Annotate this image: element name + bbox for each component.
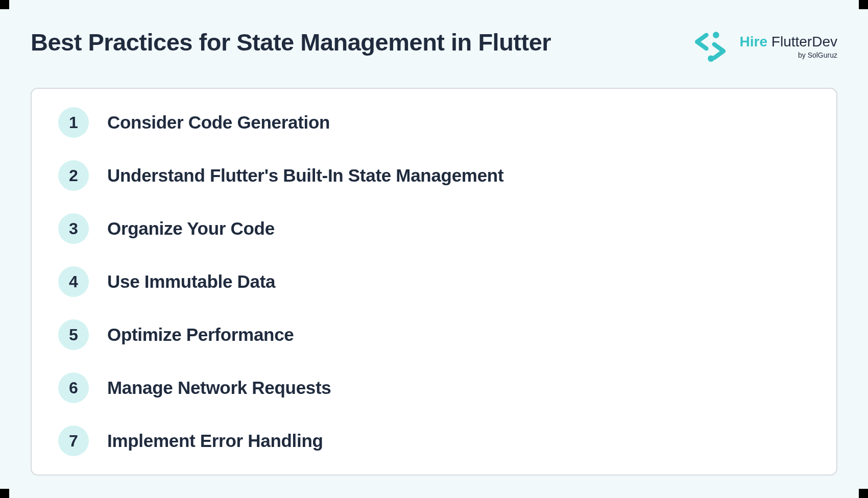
svg-point-1 bbox=[708, 56, 714, 62]
item-number-badge: 5 bbox=[58, 319, 89, 350]
logo: Hire FlutterDev by SolGuruz bbox=[695, 28, 837, 62]
item-label: Organize Your Code bbox=[107, 218, 275, 239]
practices-list: 1 Consider Code Generation 2 Understand … bbox=[58, 107, 810, 456]
item-label: Understand Flutter's Built-In State Mana… bbox=[107, 165, 503, 186]
crop-mark bbox=[859, 489, 868, 498]
header: Best Practices for State Management in F… bbox=[0, 0, 868, 62]
practices-card: 1 Consider Code Generation 2 Understand … bbox=[31, 88, 837, 476]
list-item: 6 Manage Network Requests bbox=[58, 372, 810, 403]
brand-code-icon bbox=[695, 31, 731, 62]
logo-brand: Hire FlutterDev bbox=[740, 34, 837, 50]
crop-mark bbox=[0, 0, 9, 9]
item-number-badge: 3 bbox=[58, 213, 89, 244]
item-number-badge: 1 bbox=[58, 107, 89, 138]
list-item: 5 Optimize Performance bbox=[58, 319, 810, 350]
logo-text: Hire FlutterDev by SolGuruz bbox=[740, 34, 837, 59]
list-item: 4 Use Immutable Data bbox=[58, 266, 810, 297]
item-label: Optimize Performance bbox=[107, 325, 294, 345]
list-item: 1 Consider Code Generation bbox=[58, 107, 810, 138]
svg-point-0 bbox=[713, 32, 719, 38]
logo-brand-hire: Hire bbox=[740, 34, 767, 49]
crop-mark bbox=[859, 0, 868, 9]
item-label: Consider Code Generation bbox=[107, 112, 330, 133]
list-item: 2 Understand Flutter's Built-In State Ma… bbox=[58, 160, 810, 191]
item-number-badge: 6 bbox=[58, 372, 89, 403]
item-number-badge: 7 bbox=[58, 426, 89, 456]
page-title: Best Practices for State Management in F… bbox=[31, 28, 551, 56]
item-label: Implement Error Handling bbox=[107, 431, 323, 451]
item-number-badge: 2 bbox=[58, 160, 89, 191]
crop-mark bbox=[0, 489, 9, 498]
list-item: 7 Implement Error Handling bbox=[58, 426, 810, 456]
logo-brand-rest: FlutterDev bbox=[767, 34, 837, 49]
item-label: Manage Network Requests bbox=[107, 378, 331, 398]
item-number-badge: 4 bbox=[58, 266, 89, 297]
list-item: 3 Organize Your Code bbox=[58, 213, 810, 244]
item-label: Use Immutable Data bbox=[107, 271, 275, 292]
logo-subtitle: by SolGuruz bbox=[798, 51, 837, 59]
